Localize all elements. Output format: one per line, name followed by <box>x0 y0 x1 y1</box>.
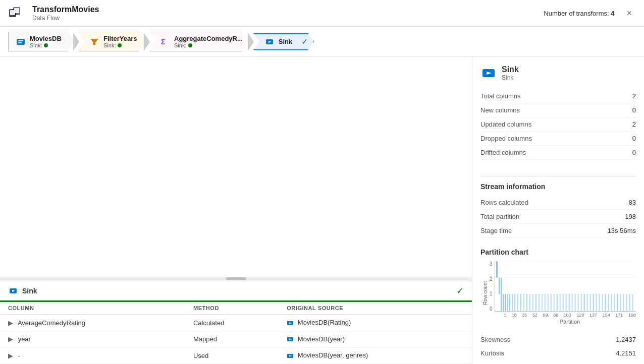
col-name-2: - <box>18 352 20 359</box>
pipeline-bar: MoviesDB Sink: FilterYears Sink: <box>0 27 644 57</box>
updated-columns-value: 2 <box>632 120 636 128</box>
left-area: Sink ✓ COLUMN METHOD ORIGINAL SOURCE ▶ A… <box>0 57 472 364</box>
svg-rect-29 <box>507 294 508 311</box>
total-partition-label: Total partition <box>480 213 519 220</box>
pipeline-step-filteryears[interactable]: FilterYears Sink: <box>79 32 144 51</box>
svg-rect-38 <box>532 294 533 311</box>
chart-bars-area <box>495 261 636 312</box>
expand-icon-0[interactable]: ▶ <box>8 319 13 327</box>
panel-title: Sink <box>502 65 519 74</box>
total-columns-label: Total columns <box>480 92 520 100</box>
stat-skewness: Skewness 1.2437 <box>480 333 636 346</box>
dropped-columns-value: 0 <box>632 135 636 142</box>
total-partition-value: 198 <box>625 213 636 220</box>
col-header-method: METHOD <box>185 302 279 315</box>
svg-rect-5 <box>18 40 23 41</box>
x-label-171: 171 <box>615 313 623 318</box>
table-row: ▶ year Mapped MoviesDB(year) <box>0 331 472 347</box>
stream-info-title: Stream information <box>480 183 636 191</box>
moviesdb-info: MoviesDB Sink: <box>30 35 68 48</box>
new-columns-value: 0 <box>632 106 636 114</box>
svg-rect-63 <box>608 294 609 311</box>
svg-rect-55 <box>583 294 584 311</box>
sink-pipeline-name: Sink <box>279 38 298 45</box>
svg-rect-27 <box>503 294 504 311</box>
svg-rect-39 <box>535 294 536 311</box>
expand-icon-2[interactable]: ▶ <box>8 352 13 359</box>
svg-rect-46 <box>556 294 557 311</box>
chart-y-labels: 3 2 1 0 <box>490 261 495 312</box>
stat-drifted-columns: Drifted columns 0 <box>480 146 636 160</box>
svg-rect-40 <box>538 294 539 311</box>
svg-rect-60 <box>599 294 600 311</box>
x-label-18: 18 <box>512 313 517 318</box>
svg-rect-48 <box>562 294 563 311</box>
drifted-columns-value: 0 <box>632 149 636 156</box>
x-label-198: 198 <box>628 313 636 318</box>
svg-rect-35 <box>523 294 524 311</box>
svg-rect-56 <box>586 294 587 311</box>
x-label-69: 69 <box>543 313 548 318</box>
moviesdb-name: MoviesDB <box>30 35 68 42</box>
x-label-86: 86 <box>553 313 558 318</box>
stat-dropped-columns: Dropped columns 0 <box>480 132 636 146</box>
kurtosis-value: 4.2151 <box>616 349 636 357</box>
svg-rect-66 <box>617 294 618 311</box>
aggregate-name: AggregateComedyR... <box>174 35 243 42</box>
source-0: MoviesDB(Rating) <box>298 319 351 326</box>
svg-rect-3 <box>14 8 19 13</box>
x-label-103: 103 <box>564 313 571 318</box>
kurtosis-label: Kurtosis <box>480 349 504 357</box>
arrow-1 <box>73 33 79 51</box>
svg-rect-33 <box>517 294 518 311</box>
svg-rect-65 <box>614 294 615 311</box>
y-label-1: 1 <box>490 291 493 296</box>
filteryears-status-dot <box>118 43 122 47</box>
x-label-1: 1 <box>504 313 506 318</box>
aggregate-sub: Sink: <box>174 42 243 48</box>
stat-kurtosis: Kurtosis 4.2151 <box>480 346 636 360</box>
method-2: Used <box>185 347 279 364</box>
svg-rect-53 <box>577 294 578 311</box>
y-label-2: 2 <box>490 276 493 282</box>
source-icon-2 <box>287 352 294 359</box>
panel-subtitle: Sink <box>502 74 519 81</box>
stat-total-partition: Total partition 198 <box>480 210 636 224</box>
pipeline-step-aggregate[interactable]: Σ AggregateComedyR... Sink: <box>149 32 248 51</box>
pipeline-step-sink[interactable]: Sink ✓ <box>253 33 314 50</box>
svg-rect-67 <box>620 294 621 311</box>
expand-icon-1[interactable]: ▶ <box>8 335 13 343</box>
bottom-table: Sink ✓ COLUMN METHOD ORIGINAL SOURCE ▶ A… <box>0 281 472 364</box>
stat-rows-calculated: Rows calculated 83 <box>480 196 636 210</box>
stream-info-section: Stream information Rows calculated 83 To… <box>480 183 636 238</box>
canvas-scroll[interactable] <box>0 277 472 281</box>
svg-rect-71 <box>632 294 633 311</box>
filteryears-info: FilterYears Sink: <box>103 35 139 48</box>
pipeline-step-moviesdb[interactable]: MoviesDB Sink: <box>8 32 74 51</box>
scroll-thumb <box>226 277 246 280</box>
col-name-0: AverageComedyRating <box>18 319 85 327</box>
filteryears-icon <box>89 37 99 47</box>
panel-sink-icon <box>480 65 497 81</box>
new-columns-label: New columns <box>480 106 520 114</box>
arrow-3 <box>248 33 254 51</box>
x-label-52: 52 <box>532 313 538 318</box>
svg-rect-6 <box>18 42 22 43</box>
aggregate-icon: Σ <box>160 37 170 47</box>
svg-rect-34 <box>520 294 521 311</box>
updated-columns-label: Updated columns <box>480 120 531 128</box>
svg-rect-50 <box>568 294 569 311</box>
svg-rect-62 <box>605 294 606 311</box>
filteryears-name: FilterYears <box>103 35 139 42</box>
divider-1 <box>480 176 636 176</box>
svg-rect-44 <box>550 294 551 311</box>
transforms-count: Number of transforms: 4 <box>544 10 614 17</box>
panel-title-block: Sink Sink <box>502 65 519 81</box>
svg-rect-26 <box>501 278 502 311</box>
chart-x-title: Partition <box>490 319 636 325</box>
app-header: TransformMovies Data Flow Number of tran… <box>0 0 644 27</box>
x-label-154: 154 <box>603 313 610 318</box>
table-row: ▶ - Used MoviesDB(year, genres) <box>0 347 472 364</box>
close-button[interactable]: × <box>622 6 636 21</box>
dropped-columns-label: Dropped columns <box>480 135 532 142</box>
